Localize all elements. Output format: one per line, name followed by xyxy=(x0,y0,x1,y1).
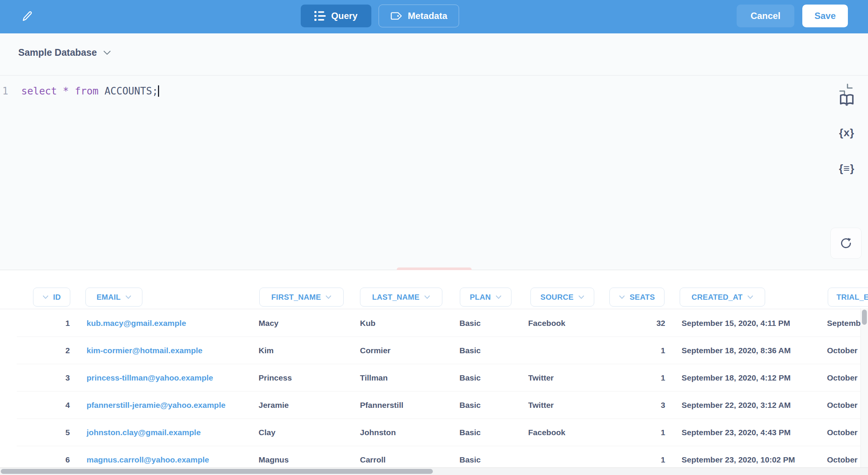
cell-first-name: Jeramie xyxy=(259,392,354,419)
table-body: 1 kub.macy@gmail.example Macy Kub Basic … xyxy=(0,310,860,475)
table-row: 4 pfannerstill-jeramie@yahoo.example Jer… xyxy=(0,392,860,419)
cell-trial-ends-at: October xyxy=(827,337,860,364)
save-button[interactable]: Save xyxy=(802,5,848,27)
tab-query[interactable]: Query xyxy=(301,5,371,27)
refresh-icon xyxy=(839,236,853,250)
column-label: ID xyxy=(53,293,61,302)
column-header-source[interactable]: SOURCE xyxy=(530,288,594,307)
cell-plan: Basic xyxy=(459,337,524,364)
cell-trial-ends-at: September xyxy=(827,310,860,337)
cell-source: Twitter xyxy=(528,364,604,392)
cell-plan: Basic xyxy=(459,310,524,337)
table-header-border xyxy=(0,309,868,309)
pencil-icon xyxy=(21,10,33,23)
cell-email[interactable]: kim-cormier@hotmail.example xyxy=(87,337,250,364)
cell-id: 3 xyxy=(17,364,70,392)
cell-trial-ends-at: October xyxy=(827,419,860,446)
table-header: ID EMAIL FIRST_NAME LAST_NAME PLAN SOURC… xyxy=(0,288,868,309)
cell-email[interactable]: kub.macy@gmail.example xyxy=(87,310,250,337)
chevron-down-icon xyxy=(578,295,584,299)
cell-first-name: Kim xyxy=(259,337,354,364)
column-label: EMAIL xyxy=(96,293,121,302)
cell-seats: 3 xyxy=(608,392,665,419)
cell-email[interactable]: johnston.clay@gmail.example xyxy=(87,419,250,446)
table-row: 5 johnston.clay@gmail.example Clay Johns… xyxy=(0,419,860,446)
column-header-email[interactable]: EMAIL xyxy=(85,288,142,307)
chevron-down-icon xyxy=(103,50,111,55)
cell-plan: Basic xyxy=(459,419,524,446)
list-icon xyxy=(314,11,326,21)
cell-trial-ends-at: October xyxy=(827,364,860,392)
chevron-down-icon xyxy=(43,295,49,299)
column-label: CREATED_AT xyxy=(691,293,742,302)
cell-email[interactable]: pfannerstill-jeramie@yahoo.example xyxy=(87,392,250,419)
data-reference-button[interactable] xyxy=(838,92,856,109)
snippets-button[interactable]: {≡} xyxy=(838,160,856,177)
snippets-icon: {≡} xyxy=(839,162,854,175)
column-header-seats[interactable]: SEATS xyxy=(609,288,664,307)
text-cursor xyxy=(158,85,159,97)
query-editor-page: Query Metadata Cancel Save Sample Databa… xyxy=(0,0,868,475)
column-label: TRIAL_ENDS_AT xyxy=(836,293,868,302)
line-number: 1 xyxy=(2,83,14,99)
cancel-label: Cancel xyxy=(751,11,781,21)
column-label: SEATS xyxy=(630,293,655,302)
cell-seats: 1 xyxy=(608,364,665,392)
tab-metadata-label: Metadata xyxy=(408,11,447,21)
cell-created-at: September 23, 2020, 4:43 PM xyxy=(682,419,822,446)
sql-star: * xyxy=(63,85,75,97)
sql-keyword: from xyxy=(75,85,104,97)
cell-id: 2 xyxy=(17,337,70,364)
cell-first-name: Princess xyxy=(259,364,354,392)
chevron-down-icon xyxy=(747,295,753,299)
cell-seats: 1 xyxy=(608,337,665,364)
table-row: 1 kub.macy@gmail.example Macy Kub Basic … xyxy=(0,310,860,337)
sql-keyword: select xyxy=(21,85,63,97)
cell-id: 4 xyxy=(17,392,70,419)
cell-last-name: Tillman xyxy=(360,364,455,392)
variables-button[interactable]: {x} xyxy=(838,124,856,141)
cell-created-at: September 18, 2020, 8:36 AM xyxy=(682,337,822,364)
database-row: Sample Database xyxy=(0,33,868,75)
cancel-button[interactable]: Cancel xyxy=(737,5,794,27)
variables-icon: {x} xyxy=(839,127,854,139)
cell-email[interactable]: princess-tillman@yahoo.example xyxy=(87,364,250,392)
sql-identifier: ACCOUNTS; xyxy=(104,85,158,97)
column-label: PLAN xyxy=(470,293,491,302)
query-results: ID EMAIL FIRST_NAME LAST_NAME PLAN SOURC… xyxy=(0,270,868,475)
cell-created-at: September 18, 2020, 4:12 PM xyxy=(682,364,822,392)
cell-trial-ends-at: October xyxy=(827,392,860,419)
horizontal-scrollbar[interactable] xyxy=(0,467,868,475)
run-query-button[interactable] xyxy=(830,228,862,259)
column-header-created-at[interactable]: CREATED_AT xyxy=(680,288,765,307)
cell-id: 5 xyxy=(17,419,70,446)
column-header-id[interactable]: ID xyxy=(33,288,70,307)
cell-last-name: Kub xyxy=(360,310,455,337)
database-selector[interactable]: Sample Database xyxy=(18,47,111,58)
column-label: FIRST_NAME xyxy=(271,293,321,302)
cell-first-name: Macy xyxy=(259,310,354,337)
vertical-scrollbar-thumb[interactable] xyxy=(862,310,867,325)
column-header-trial-ends-at[interactable]: TRIAL_ENDS_AT xyxy=(828,288,868,307)
tab-query-label: Query xyxy=(331,11,357,21)
sql-code: select * from ACCOUNTS; xyxy=(21,83,159,99)
vertical-scrollbar[interactable] xyxy=(860,308,868,475)
table-row: 3 princess-tillman@yahoo.example Princes… xyxy=(0,364,860,392)
book-icon xyxy=(840,94,854,107)
column-label: SOURCE xyxy=(540,293,573,302)
cell-last-name: Pfannerstill xyxy=(360,392,455,419)
cell-source: Facebook xyxy=(528,310,604,337)
chevron-down-icon xyxy=(496,295,502,299)
edit-bar: Query Metadata Cancel Save xyxy=(0,0,868,33)
column-header-first-name[interactable]: FIRST_NAME xyxy=(259,288,344,307)
cell-plan: Basic xyxy=(459,392,524,419)
tag-icon xyxy=(390,11,402,20)
table-row: 2 kim-cormier@hotmail.example Kim Cormie… xyxy=(0,337,860,364)
column-header-plan[interactable]: PLAN xyxy=(460,288,511,307)
cell-last-name: Johnston xyxy=(360,419,455,446)
cell-created-at: September 15, 2020, 4:11 PM xyxy=(682,310,822,337)
column-header-last-name[interactable]: LAST_NAME xyxy=(360,288,442,307)
horizontal-scrollbar-thumb[interactable] xyxy=(1,469,433,474)
sql-editor[interactable]: 1 select * from ACCOUNTS; xyxy=(0,83,797,99)
tab-metadata[interactable]: Metadata xyxy=(379,5,459,27)
